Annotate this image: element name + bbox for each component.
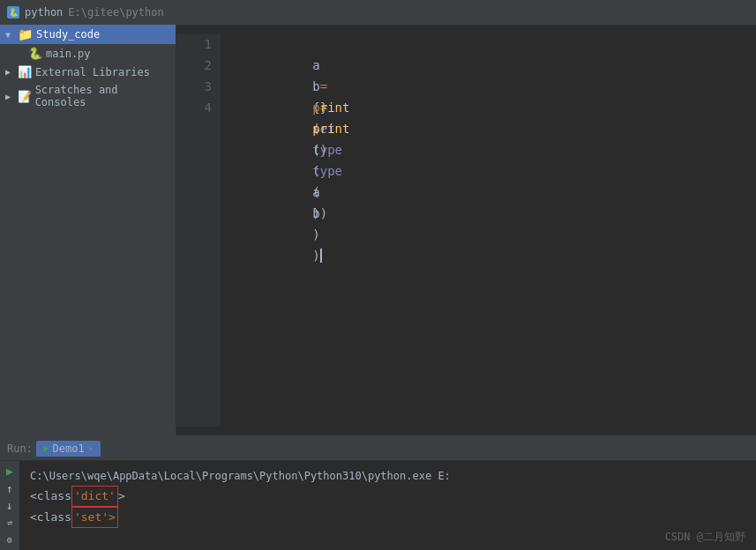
app-icon: 🐍 — [7, 6, 19, 19]
line-num-1: 1 — [185, 33, 212, 55]
main-area: ▼ 📁 Study_code 🐍 main.py ▶ 📊 External Li… — [0, 25, 756, 435]
output-path-line: C:\Users\wqe\AppData\Local\Programs\Pyth… — [30, 466, 745, 486]
editor-content[interactable]: 1 2 3 4 a = {} b = set () — [176, 25, 756, 435]
code-paren-4c: ) — [312, 227, 319, 242]
run-play-btn[interactable]: ▶ — [2, 465, 18, 478]
code-paren-4a: ( — [312, 143, 319, 157]
line-numbers: 1 2 3 4 — [176, 33, 221, 427]
sidebar-label-scratches: Scratches and Consoles — [35, 84, 170, 108]
run-tab-close[interactable]: ✕ — [88, 443, 94, 453]
app-path: E:\gitee\python — [68, 6, 163, 19]
code-line-1: a = {} — [238, 33, 738, 55]
code-print-4: print — [312, 122, 349, 136]
code-b-4: b — [312, 206, 319, 220]
title-bar: 🐍 python E:\gitee\python — [0, 0, 756, 25]
folder-icon-study-code: 📁 — [18, 27, 33, 41]
code-print-3b: rint — [320, 100, 350, 115]
line-num-2: 2 — [185, 55, 212, 76]
run-down-btn[interactable]: ↓ — [2, 499, 18, 512]
sidebar-label-main-py: main.py — [46, 48, 91, 60]
output-path-text: C:\Users\wqe\AppData\Local\Programs\Pyth… — [30, 466, 451, 486]
sidebar-item-external-libs[interactable]: ▶ 📊 External Libraries — [0, 63, 176, 81]
sidebar-item-scratches[interactable]: ▶ 📝 Scratches and Consoles — [0, 81, 176, 111]
output-class-prefix-1: <class — [30, 487, 71, 506]
output-highlight-set: 'set'> — [71, 507, 118, 528]
code-type-4: type — [312, 164, 342, 178]
lib-icon-ext-libs: 📊 — [18, 65, 32, 78]
run-tools-sidebar: ▶ ↑ ↓ ⇌ ⚙ — [0, 461, 19, 550]
scratch-icon: 📝 — [18, 90, 32, 103]
code-var-a: a — [312, 58, 319, 72]
output-class-suffix-1: > — [118, 487, 125, 506]
editor-area: 1 2 3 4 a = {} b = set () — [176, 25, 756, 435]
run-output: C:\Users\wqe\AppData\Local\Programs\Pyth… — [19, 461, 756, 550]
run-cog-btn[interactable]: ⚙ — [2, 533, 18, 546]
line-num-3: 3 — [185, 76, 212, 97]
run-body: ▶ ↑ ↓ ⇌ ⚙ C:\Users\wqe\AppData\Local\Pro… — [0, 461, 756, 550]
sidebar-item-main-py[interactable]: 🐍 main.py — [0, 44, 176, 63]
output-class-prefix-2: <class — [30, 508, 71, 527]
sidebar-label-ext-libs: External Libraries — [35, 66, 150, 78]
sidebar-item-study-code[interactable]: ▼ 📁 Study_code — [0, 25, 176, 44]
sidebar-label-study-code: Study_code — [36, 28, 100, 41]
run-tab-icon: ▶ — [43, 442, 49, 454]
watermark: CSDN @二月知野 — [665, 530, 745, 545]
line-num-4: 4 — [185, 97, 212, 118]
file-icon-main-py: 🐍 — [28, 47, 42, 60]
output-line-1: <class 'dict' > — [30, 486, 745, 507]
run-tab-demo1[interactable]: ▶ Demo1 ✕ — [36, 441, 101, 457]
app-name: python — [25, 6, 63, 19]
arrow-icon-scratches: ▶ — [5, 92, 14, 101]
arrow-icon-ext-libs: ▶ — [5, 67, 14, 77]
code-editor[interactable]: a = {} b = set () print ( type ( — [221, 33, 756, 427]
code-paren-4b: ( — [312, 185, 319, 199]
arrow-icon-study-code: ▼ — [5, 30, 14, 40]
run-tabs-bar: Run: ▶ Demo1 ✕ — [0, 436, 756, 461]
run-panel: Run: ▶ Demo1 ✕ ▶ ↑ ↓ ⇌ ⚙ C:\Users\wqe\Ap… — [0, 435, 756, 550]
run-label: Run: — [7, 442, 33, 455]
run-tab-label: Demo1 — [53, 442, 85, 455]
output-line-2: <class 'set'> — [30, 507, 745, 528]
sidebar: ▼ 📁 Study_code 🐍 main.py ▶ 📊 External Li… — [0, 25, 176, 435]
output-highlight-dict: 'dict' — [71, 486, 118, 507]
code-var-b: b — [312, 79, 319, 93]
run-up-btn[interactable]: ↑ — [2, 481, 18, 494]
code-paren-4d: ) — [312, 249, 321, 263]
run-wrap-btn[interactable]: ⇌ — [2, 516, 18, 529]
code-print-3: p — [312, 100, 319, 115]
